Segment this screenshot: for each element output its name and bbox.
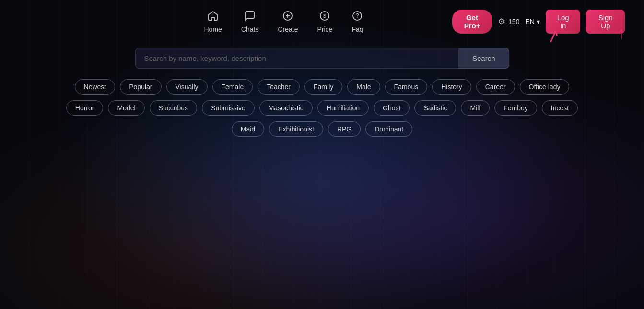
- tag-rpg[interactable]: RPG: [328, 121, 361, 137]
- tag-career[interactable]: Career: [476, 79, 515, 95]
- nav-label-price: Price: [317, 25, 332, 33]
- tag-newest[interactable]: Newest: [75, 79, 116, 95]
- credits-value: 150: [508, 18, 519, 25]
- svg-text:$: $: [323, 13, 326, 19]
- credits-display: ⚙ 150: [498, 16, 519, 27]
- home-icon: [207, 10, 219, 24]
- search-container: Search: [135, 48, 509, 69]
- tag-horror[interactable]: Horror: [66, 100, 104, 116]
- tag-teacher[interactable]: Teacher: [258, 79, 300, 95]
- nav-item-chats[interactable]: Chats: [241, 10, 259, 33]
- tag-female[interactable]: Female: [212, 79, 253, 95]
- tag-visually[interactable]: Visually: [166, 79, 208, 95]
- get-pro-button[interactable]: Get Pro+: [452, 10, 492, 34]
- tag-office-lady[interactable]: Office lady: [520, 79, 570, 95]
- tag-male[interactable]: Male: [347, 79, 380, 95]
- nav-right: Get Pro+ ⚙ 150 EN ▾ Log In Sign Up: [452, 10, 625, 34]
- tag-sadistic[interactable]: Sadistic: [414, 100, 456, 116]
- signup-button[interactable]: Sign Up: [586, 10, 625, 34]
- tag-history[interactable]: History: [432, 79, 471, 95]
- nav-label-home: Home: [204, 25, 222, 33]
- search-section: Search: [0, 48, 644, 69]
- language-selector[interactable]: EN ▾: [525, 18, 539, 25]
- tag-femboy[interactable]: Femboy: [494, 100, 537, 116]
- nav-label-chats: Chats: [241, 25, 259, 33]
- tag-incest[interactable]: Incest: [542, 100, 578, 116]
- tag-masochistic[interactable]: Masochistic: [259, 100, 313, 116]
- lang-label: EN: [525, 18, 534, 25]
- search-button[interactable]: Search: [459, 48, 509, 69]
- plus-circle-icon: [282, 10, 293, 24]
- nav-item-home[interactable]: Home: [204, 10, 222, 33]
- question-icon: ?: [351, 10, 363, 24]
- tag-popular[interactable]: Popular: [120, 79, 161, 95]
- tag-submissive[interactable]: Submissive: [202, 100, 255, 116]
- navbar: Home Chats: [0, 0, 644, 43]
- tag-milf[interactable]: Milf: [461, 100, 490, 116]
- tag-famous[interactable]: Famous: [385, 79, 428, 95]
- tag-model[interactable]: Model: [108, 100, 144, 116]
- tag-maid[interactable]: Maid: [232, 121, 264, 137]
- nav-item-price[interactable]: $ Price: [317, 10, 332, 33]
- chevron-down-icon: ▾: [537, 18, 540, 25]
- nav-label-create: Create: [278, 25, 298, 33]
- chat-icon: [244, 10, 256, 24]
- search-input[interactable]: [135, 48, 459, 69]
- tags-section: Newest Popular Visually Female Teacher F…: [0, 79, 644, 137]
- nav-label-faq: Faq: [351, 25, 363, 33]
- nav-item-create[interactable]: Create: [278, 10, 298, 33]
- tag-exhibitionist[interactable]: Exhibitionist: [269, 121, 323, 137]
- nav-item-faq[interactable]: ? Faq: [351, 10, 363, 33]
- tags-row-3: Maid Exhibitionist RPG Dominant: [232, 121, 412, 137]
- dollar-icon: $: [319, 10, 330, 24]
- tag-family[interactable]: Family: [304, 79, 342, 95]
- tag-dominant[interactable]: Dominant: [365, 121, 412, 137]
- tags-row-2: Horror Model Succubus Submissive Masochi…: [66, 100, 578, 116]
- login-button[interactable]: Log In: [546, 10, 581, 34]
- credits-icon: ⚙: [498, 16, 505, 27]
- tag-humiliation[interactable]: Humiliation: [317, 100, 369, 116]
- tags-row-1: Newest Popular Visually Female Teacher F…: [75, 79, 570, 95]
- tag-succubus[interactable]: Succubus: [150, 100, 197, 116]
- tag-ghost[interactable]: Ghost: [374, 100, 410, 116]
- nav-center: Home Chats: [204, 10, 363, 33]
- svg-text:?: ?: [356, 12, 359, 19]
